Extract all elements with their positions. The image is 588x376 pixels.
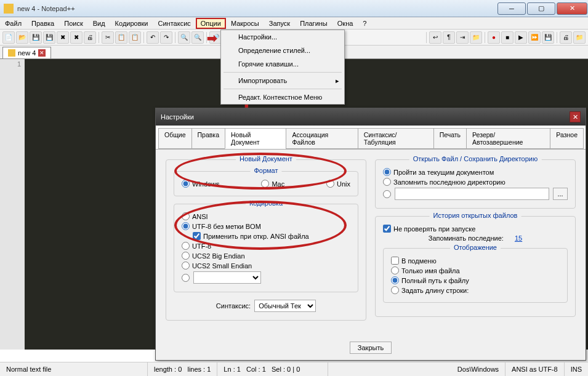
display-fieldset: Отображение В подменю Только имя файла П… xyxy=(383,248,568,303)
redo-icon[interactable]: ↷ xyxy=(160,31,172,44)
remember-value[interactable]: 15 xyxy=(515,234,522,242)
radio-nameonly[interactable]: Только имя файла xyxy=(391,266,460,274)
chk-apply-ansi[interactable]: Применить при откр. ANSI файла xyxy=(193,232,309,240)
indent-icon[interactable]: ⇥ xyxy=(456,31,469,44)
stop-icon[interactable]: ■ xyxy=(501,31,513,44)
menu-item-settings[interactable]: Настройки... xyxy=(221,30,344,44)
radio-utf8nobom[interactable]: UTF-8 без метки BOM xyxy=(182,222,261,230)
browse-button[interactable]: ... xyxy=(553,188,568,200)
file-icon xyxy=(8,49,15,57)
status-enc: ANSI as UTF-8 xyxy=(505,362,565,376)
chk-nocheck[interactable]: Не проверять при запуске xyxy=(383,225,475,233)
menu-edit[interactable]: Правка xyxy=(26,18,59,29)
radio-followdoc[interactable]: Пройти за текущим документом xyxy=(383,168,494,176)
radio-enc-custom[interactable] xyxy=(182,274,190,282)
paste-icon[interactable]: 📋 xyxy=(129,31,141,44)
menu-plugins[interactable]: Плагины xyxy=(295,18,332,29)
print-icon[interactable]: 🖨 xyxy=(84,31,96,44)
menu-item-styles[interactable]: Определение стилей... xyxy=(221,44,344,57)
app-icon xyxy=(4,4,14,14)
radio-ucs2sm[interactable]: UCS2 Small Endian xyxy=(182,262,252,270)
close-button[interactable]: ✕ xyxy=(557,2,587,15)
closeall-icon[interactable]: ✖ xyxy=(70,31,83,44)
fold-icon[interactable]: 📁 xyxy=(470,31,482,44)
syntax-select[interactable]: Обычный Тек xyxy=(254,300,316,312)
document-tab-label: new 4 xyxy=(18,49,36,57)
minimize-button[interactable]: ─ xyxy=(497,2,526,15)
chars-icon[interactable]: ¶ xyxy=(443,31,455,44)
menu-item-hotkeys[interactable]: Горячие клавиши... xyxy=(221,57,344,71)
radio-fullpath[interactable]: Полный путь к файлу xyxy=(391,276,469,284)
encoding-select[interactable] xyxy=(193,271,261,284)
tab-edit[interactable]: Правка xyxy=(191,128,225,149)
menu-run[interactable]: Запуск xyxy=(264,18,295,29)
tab-print[interactable]: Печать xyxy=(433,128,467,149)
format-fieldset: Формат Windows Mac Unix xyxy=(174,171,358,196)
menu-options[interactable]: Опции xyxy=(196,18,226,29)
radio-unix[interactable]: Unix xyxy=(326,180,350,188)
undo-icon[interactable]: ↶ xyxy=(147,31,159,44)
legend-encoding: Кодировка xyxy=(246,199,286,207)
maximize-button[interactable]: ▢ xyxy=(527,2,555,15)
replace-icon[interactable]: 🔍 xyxy=(191,31,204,44)
newdoc-fieldset: Новый Документ Формат Windows Mac Unix К… xyxy=(166,159,366,321)
tab-fileassoc[interactable]: Ассоциация Файлов xyxy=(286,128,358,149)
menu-view[interactable]: Вид xyxy=(88,18,110,29)
menu-search[interactable]: Поиск xyxy=(59,18,87,29)
radio-utf8[interactable]: UTF-8 xyxy=(182,242,211,250)
tab-backup[interactable]: Резерв/Автозавершение xyxy=(466,128,550,149)
wrap-icon[interactable]: ↩ xyxy=(429,31,441,44)
dir-input[interactable] xyxy=(395,188,549,200)
dialog-close-icon[interactable]: ✕ xyxy=(570,111,581,122)
tool1-icon[interactable]: 🖨 xyxy=(560,31,572,44)
dialog-titlebar: Настройки ✕ xyxy=(156,108,586,126)
status-length: length : 0 lines : 1 xyxy=(148,362,217,376)
savemacro-icon[interactable]: 💾 xyxy=(542,31,554,44)
annotation-arrow: ➡ xyxy=(207,31,217,46)
line-gutter: 1 xyxy=(0,59,25,350)
menu-item-import[interactable]: Импортировать xyxy=(221,74,344,87)
radio-ansi[interactable]: ANSI xyxy=(182,212,208,220)
chk-submenu[interactable]: В подменю xyxy=(391,257,437,265)
settings-dialog: Настройки ✕ Общие Правка Новый Документ … xyxy=(155,108,586,361)
radio-setlen[interactable]: Задать длину строки: xyxy=(391,286,469,294)
legend-history: История открытых файлов xyxy=(430,212,522,219)
radio-windows[interactable]: Windows xyxy=(182,180,220,188)
menu-encoding[interactable]: Кодировки xyxy=(110,18,153,29)
menu-macros[interactable]: Макросы xyxy=(226,18,264,29)
saveall-icon[interactable]: 💾 xyxy=(43,31,55,44)
radio-rememberdir[interactable]: Запомнить последнюю директорию xyxy=(383,178,505,186)
tab-syntaxtab[interactable]: Синтаксис/Табуляция xyxy=(358,128,434,149)
menu-syntax[interactable]: Синтаксис xyxy=(153,18,196,29)
cut-icon[interactable]: ✂ xyxy=(102,31,114,44)
tab-newdoc[interactable]: Новый Документ xyxy=(225,128,286,149)
menu-separator xyxy=(224,89,342,89)
copy-icon[interactable]: 📋 xyxy=(115,31,127,44)
tab-general[interactable]: Общие xyxy=(158,128,192,149)
status-os: Dos\Windows xyxy=(451,362,505,376)
save-icon[interactable]: 💾 xyxy=(30,31,42,44)
find-icon[interactable]: 🔍 xyxy=(178,31,190,44)
playn-icon[interactable]: ⏩ xyxy=(528,31,541,44)
close-icon[interactable]: ✖ xyxy=(57,31,69,44)
radio-ucs2be[interactable]: UCS2 Big Endian xyxy=(182,252,245,260)
status-ins: INS xyxy=(565,362,588,376)
remember-label: Запоминать последние: xyxy=(429,234,504,242)
tool2-icon[interactable]: 📁 xyxy=(573,31,586,44)
tab-close-icon[interactable]: ✕ xyxy=(38,49,46,57)
radio-customdir[interactable] xyxy=(383,190,391,198)
document-tab[interactable]: new 4 ✕ xyxy=(2,47,51,58)
record-icon[interactable]: ● xyxy=(488,31,500,44)
play-icon[interactable]: ▶ xyxy=(515,31,527,44)
menu-file[interactable]: Файл xyxy=(0,18,26,29)
dialog-close-button[interactable]: Закрыть xyxy=(350,342,392,354)
menu-windows[interactable]: Окна xyxy=(332,18,358,29)
menu-item-contextmenu[interactable]: Редакт. Контекстное Меню xyxy=(221,90,344,104)
window-titlebar: new 4 - Notepad++ ─ ▢ ✕ xyxy=(0,0,588,17)
tab-misc[interactable]: Разное xyxy=(550,128,584,149)
menu-help[interactable]: ? xyxy=(358,18,371,29)
new-icon[interactable]: 📄 xyxy=(2,31,15,44)
history-fieldset: История открытых файлов Не проверять при… xyxy=(375,216,576,317)
radio-mac[interactable]: Mac xyxy=(261,180,284,188)
open-icon[interactable]: 📂 xyxy=(16,31,28,44)
